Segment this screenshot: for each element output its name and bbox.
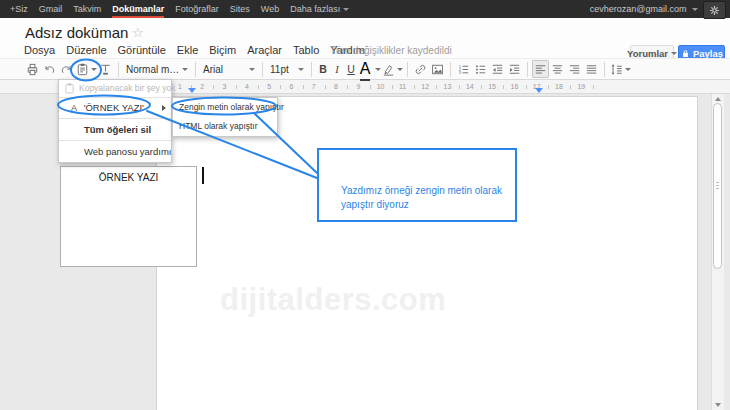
align-justify-button[interactable]	[583, 60, 600, 78]
numbered-list-icon: 123	[456, 62, 471, 77]
star-icon[interactable]: ☆	[132, 25, 144, 40]
annotation-note-box: Yazdımız örneği zengin metin olarak yapı…	[317, 148, 517, 222]
italic-button[interactable]: I	[330, 60, 344, 78]
account-email[interactable]: cevherozan@gmail.com	[590, 0, 698, 18]
watermark: dijitalders.com	[220, 282, 446, 318]
menu-bi-im[interactable]: Biçim	[209, 44, 236, 56]
submenu-item-paste-rich-text[interactable]: Zengin metin olarak yapıştır	[173, 98, 277, 117]
ruler-tick	[280, 85, 281, 89]
numbered-list-button[interactable]: 123	[455, 60, 472, 78]
topbar-link-dok-manlar[interactable]: Dokümanlar	[112, 0, 164, 18]
menu-item-clear-all[interactable]: Tüm öğeleri sil	[59, 119, 171, 140]
font-size-caret-icon	[298, 68, 304, 71]
font-size-button[interactable]: 11pt	[267, 60, 307, 78]
align-left-button[interactable]	[532, 60, 549, 78]
insert-link-button[interactable]	[412, 60, 429, 78]
menu-g-r-nt-le[interactable]: Görüntüle	[118, 44, 166, 56]
highlight-button[interactable]	[381, 60, 403, 78]
topbar-link-web[interactable]: Web	[261, 0, 279, 18]
outdent-button[interactable]	[489, 60, 506, 78]
print-icon	[25, 62, 40, 77]
ruler-number-18: 18	[555, 83, 563, 90]
annotation-note-line1: Yazdımız örneği zengin metin olarak	[341, 184, 537, 198]
ruler-number-7: 7	[312, 83, 316, 90]
menu-tablo[interactable]: Tablo	[293, 44, 319, 56]
submenu-arrow-icon	[162, 105, 166, 111]
ruler-tick	[481, 85, 482, 89]
underline-button[interactable]: U	[344, 60, 358, 78]
ruler-tick	[213, 85, 214, 89]
ruler-number-3: 3	[223, 83, 227, 90]
scrollbar-grip-icon	[716, 182, 719, 183]
menubar: DosyaDüzenleGörüntüleEkleBiçimAraçlarTab…	[24, 44, 376, 56]
submenu-item-paste-html[interactable]: HTML olarak yapıştır	[173, 117, 277, 136]
right-margin-marker[interactable]	[535, 88, 543, 93]
topbar-link-takvim[interactable]: Takvim	[73, 0, 101, 18]
topbar-links: +SizGmailTakvimDokümanlarFotoğraflarSite…	[10, 0, 360, 18]
scrollbar-thumb[interactable]	[713, 103, 722, 269]
ruler-tick	[347, 85, 348, 89]
insert-image-button[interactable]	[429, 60, 446, 78]
align-center-button[interactable]	[549, 60, 566, 78]
topbar-link-sites[interactable]: Sites	[230, 0, 250, 18]
line-spacing-icon	[609, 62, 624, 77]
print-button[interactable]	[24, 60, 41, 78]
menu-dosya[interactable]: Dosya	[24, 44, 55, 56]
ruler-tick	[236, 85, 237, 89]
scroll-down-arrow-icon[interactable]	[715, 403, 721, 407]
highlight-icon	[381, 62, 396, 77]
paint-format-icon	[98, 62, 113, 77]
ruler-tick	[258, 85, 259, 89]
scroll-up-arrow-icon[interactable]	[715, 97, 721, 101]
menu-item-clipboard-help[interactable]: Web panosu yardımı	[59, 141, 171, 162]
topbar-link-foto-raflar[interactable]: Fotoğraflar	[175, 0, 219, 18]
redo-icon	[59, 62, 74, 77]
toolbar-separator	[195, 62, 196, 77]
bulleted-list-button[interactable]	[472, 60, 489, 78]
save-status: Tüm değişiklikler kaydedildi	[330, 45, 452, 56]
redo-button[interactable]	[58, 60, 75, 78]
toolbar-separator	[311, 62, 312, 77]
document-page[interactable]	[156, 96, 698, 410]
menu-ekle[interactable]: Ekle	[177, 44, 198, 56]
ruler-tick	[570, 85, 571, 89]
menu-item-ornek-yazi[interactable]: A 'ÖRNEK YAZI'	[59, 98, 171, 118]
google-topbar: +SizGmailTakvimDokümanlarFotoğraflarSite…	[0, 0, 730, 18]
undo-button[interactable]	[41, 60, 58, 78]
bold-button[interactable]: B	[316, 60, 330, 78]
menu-d-zenle[interactable]: Düzenle	[66, 44, 106, 56]
document-title[interactable]: Adsız doküman	[25, 24, 128, 41]
align-right-button[interactable]	[566, 60, 583, 78]
ruler-tick	[392, 85, 393, 89]
clipboard-icon	[63, 82, 76, 95]
left-margin-marker[interactable]	[188, 88, 196, 93]
web-clipboard-button[interactable]	[75, 60, 97, 78]
align-right-icon	[567, 62, 582, 77]
text-color-button[interactable]: A	[358, 60, 381, 78]
highlight-caret-icon	[397, 68, 403, 71]
ruler-tick	[370, 85, 371, 89]
line-spacing-button[interactable]	[609, 60, 631, 78]
ruler-number-10: 10	[377, 83, 385, 90]
menu-ara-lar[interactable]: Araçlar	[247, 44, 282, 56]
clipboard-preview-text: ÖRNEK YAZI	[99, 172, 159, 183]
bulleted-list-icon	[473, 62, 488, 77]
ruler-number-15: 15	[488, 83, 496, 90]
settings-gear-button[interactable]	[703, 1, 726, 19]
topbar-link-+siz[interactable]: +Siz	[10, 0, 28, 18]
vertical-scrollbar[interactable]	[711, 94, 724, 410]
styles-button[interactable]: Normal me...	[123, 60, 191, 78]
topbar-link-gmail[interactable]: Gmail	[39, 0, 63, 18]
font-family-button[interactable]: Arial	[200, 60, 258, 78]
ruler-number-16: 16	[511, 83, 519, 90]
toolbar-separator	[262, 62, 263, 77]
topbar-link-daha-fazlas-[interactable]: Daha fazlası	[290, 0, 349, 18]
clip-item-label: 'ÖRNEK YAZI'	[84, 102, 144, 113]
indent-button[interactable]	[506, 60, 523, 78]
ruler-number-6: 6	[290, 83, 294, 90]
ruler-tick	[593, 85, 594, 89]
paint-format-button[interactable]	[97, 60, 114, 78]
toolbar-separator	[407, 62, 408, 77]
toolbar-separator	[527, 62, 528, 77]
ruler-tick	[548, 85, 549, 89]
